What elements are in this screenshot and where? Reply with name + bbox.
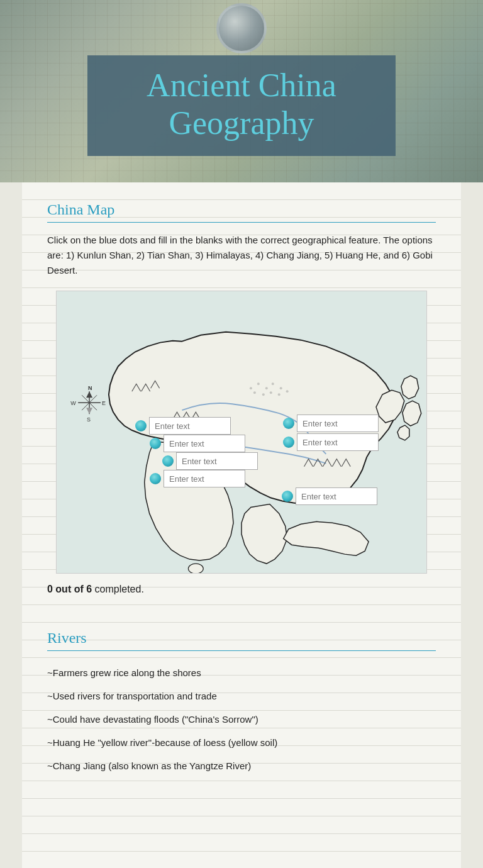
map-input-group-7: [282, 487, 377, 505]
map-dot-5[interactable]: [283, 418, 294, 429]
map-dot-4[interactable]: [150, 473, 161, 484]
map-dot-2[interactable]: [150, 438, 161, 449]
rivers-divider: [47, 650, 436, 651]
score-total: 6: [86, 584, 92, 594]
map-input-3[interactable]: [176, 452, 258, 470]
main-content: China Map Click on the blue dots and fil…: [22, 182, 461, 868]
score-value: 0 out of: [47, 584, 86, 594]
list-item: ~Could have devastating floods ("China's…: [47, 708, 436, 731]
map-dot-3[interactable]: [162, 455, 174, 467]
rivers-list: ~Farmers grew rice along the shores ~Use…: [47, 661, 436, 777]
map-input-group-5: [283, 415, 379, 432]
svg-text:E: E: [102, 400, 106, 406]
map-input-group-4: [150, 470, 245, 487]
svg-text:W: W: [70, 400, 76, 406]
svg-text:S: S: [87, 416, 91, 423]
map-input-1[interactable]: [149, 417, 231, 435]
svg-point-0: [188, 564, 203, 573]
map-input-group-3: [162, 452, 258, 470]
svg-point-4: [272, 382, 274, 385]
china-map-container: N S E W: [56, 291, 427, 574]
hero-section: Ancient China Geography: [0, 0, 483, 182]
globe-decoration: [216, 3, 267, 53]
map-dot-6[interactable]: [283, 437, 294, 448]
china-map-svg: N S E W: [57, 291, 426, 573]
china-map-heading: China Map: [47, 201, 436, 218]
china-map-instructions: Click on the blue dots and fill in the b…: [47, 233, 436, 278]
list-item: ~Huang He "yellow river"-because of loes…: [47, 731, 436, 754]
china-map-section: China Map Click on the blue dots and fil…: [47, 201, 436, 595]
map-input-group-2: [150, 435, 245, 452]
svg-point-9: [278, 393, 280, 396]
svg-point-6: [253, 391, 256, 394]
svg-point-2: [257, 382, 260, 385]
rivers-heading: Rivers: [47, 630, 436, 647]
map-input-group-6: [283, 433, 379, 451]
list-item: ~Chang Jiang (also known as the Yangtze …: [47, 754, 436, 777]
svg-point-8: [270, 391, 272, 394]
hero-title-box: Ancient China Geography: [87, 55, 396, 156]
list-item: ~Used rivers for transportation and trad…: [47, 684, 436, 708]
list-item: ~Farmers grew rice along the shores: [47, 661, 436, 684]
score-suffix: completed.: [92, 584, 144, 594]
map-input-7[interactable]: [296, 487, 377, 505]
map-input-6[interactable]: [297, 433, 379, 451]
map-input-group-1: [135, 417, 231, 435]
map-input-5[interactable]: [297, 415, 379, 432]
svg-point-7: [262, 393, 265, 396]
svg-point-3: [265, 387, 268, 389]
svg-point-10: [286, 390, 289, 392]
map-dot-1[interactable]: [135, 420, 147, 431]
map-dot-7[interactable]: [282, 491, 293, 502]
rivers-section: Rivers ~Farmers grew rice along the shor…: [47, 630, 436, 777]
score-display: 0 out of 6 completed.: [47, 584, 436, 595]
china-map-divider: [47, 222, 436, 223]
svg-point-5: [280, 387, 282, 389]
map-input-2[interactable]: [164, 435, 245, 452]
svg-text:N: N: [88, 385, 92, 391]
page-title: Ancient China Geography: [113, 67, 370, 142]
map-input-4[interactable]: [164, 470, 245, 487]
svg-point-1: [250, 387, 252, 389]
